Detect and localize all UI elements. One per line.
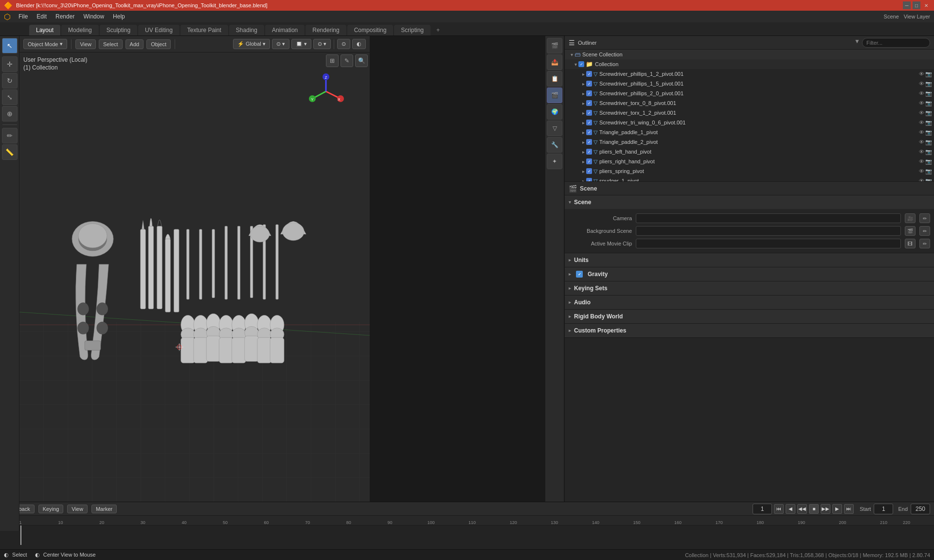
- rotate-tool[interactable]: ↻: [2, 73, 18, 88]
- render-icon-6[interactable]: 📷: [925, 129, 932, 136]
- item-checkbox[interactable]: ✓: [586, 71, 592, 77]
- background-scene-picker-btn[interactable]: 🎬: [905, 226, 916, 236]
- outliner-item-7[interactable]: ▸ ✓ ▽ Triangle_paddle_2_pivot 👁 📷: [565, 137, 934, 147]
- eye-icon-9[interactable]: 👁: [919, 158, 924, 164]
- collection-checkbox[interactable]: ✓: [578, 61, 584, 67]
- units-section-header[interactable]: ▸ Units: [565, 253, 934, 267]
- prop-tab-modifiers[interactable]: 🔧: [547, 137, 562, 153]
- menu-edit[interactable]: Edit: [33, 12, 51, 21]
- move-tool[interactable]: ✛: [2, 56, 18, 72]
- prop-tab-view-layer[interactable]: 📋: [547, 71, 562, 87]
- camera-edit-btn[interactable]: ✏: [919, 213, 930, 223]
- eye-icon-11[interactable]: 👁: [919, 178, 924, 181]
- render-icon[interactable]: 📷: [925, 71, 932, 77]
- movie-clip-picker-btn[interactable]: 🎞: [905, 239, 916, 248]
- xray-toggle[interactable]: ◐: [352, 39, 366, 49]
- render-icon-5[interactable]: 📷: [925, 120, 932, 126]
- gravity-section-header[interactable]: ▸ ✓ Gravity: [565, 267, 934, 281]
- render-icon-11[interactable]: 📷: [925, 178, 932, 182]
- menu-window[interactable]: Window: [79, 12, 108, 21]
- outliner-collection[interactable]: ▾ ✓ 📁 Collection: [565, 59, 934, 69]
- keying-sets-section-header[interactable]: ▸ Keying Sets: [565, 281, 934, 295]
- prop-tab-render[interactable]: 🎬: [547, 38, 562, 53]
- eye-icon-3[interactable]: 👁: [919, 100, 924, 106]
- viewport-tool-2[interactable]: ✎: [341, 54, 353, 67]
- jump-start-btn[interactable]: ⏮: [774, 504, 784, 514]
- outliner-item-1[interactable]: ▸ ✓ ▽ Screwdriver_phillips_1_5_pivot.001…: [565, 79, 934, 88]
- snap-toggle[interactable]: 🔲 ▾: [291, 39, 311, 49]
- tab-uv-editing[interactable]: UV Editing: [138, 25, 180, 35]
- annotate-tool[interactable]: ✏: [2, 128, 18, 143]
- tab-animation[interactable]: Animation: [265, 25, 305, 35]
- scale-tool[interactable]: ⤡: [2, 89, 18, 105]
- prop-tab-world[interactable]: 🌍: [547, 104, 562, 120]
- eye-icon-1[interactable]: 👁: [919, 81, 924, 87]
- prop-tab-object[interactable]: ▽: [547, 121, 562, 136]
- tab-texture-paint[interactable]: Texture Paint: [180, 25, 228, 35]
- camera-value-field[interactable]: [636, 213, 901, 223]
- object-menu[interactable]: Object: [146, 39, 171, 49]
- menu-help[interactable]: Help: [109, 12, 129, 21]
- eye-icon-8[interactable]: 👁: [919, 149, 924, 155]
- render-icon-8[interactable]: 📷: [925, 149, 932, 155]
- end-frame-input[interactable]: [911, 504, 930, 514]
- play-reverse-btn[interactable]: ◀◀: [797, 504, 807, 514]
- play-btn[interactable]: ▶▶: [821, 504, 830, 514]
- camera-picker-btn[interactable]: 🎥: [905, 213, 916, 223]
- render-icon-3[interactable]: 📷: [925, 100, 932, 106]
- tab-layout[interactable]: Layout: [29, 25, 60, 35]
- start-frame-input[interactable]: [874, 504, 893, 514]
- overlay-toggle[interactable]: ⊙: [337, 39, 350, 49]
- select-menu[interactable]: Select: [99, 39, 123, 49]
- jump-end-btn[interactable]: ⏭: [844, 504, 854, 514]
- transform-tool[interactable]: ⊕: [2, 106, 18, 122]
- transform-pivot[interactable]: ⊙ ▾: [272, 39, 289, 49]
- timeline-marker-btn[interactable]: Marker: [91, 505, 117, 513]
- step-forward-btn[interactable]: ▶: [832, 504, 842, 514]
- eye-icon-5[interactable]: 👁: [919, 120, 924, 125]
- tab-rendering[interactable]: Rendering: [305, 25, 346, 35]
- timeline-view-btn[interactable]: View: [67, 505, 88, 513]
- cursor-tool[interactable]: ↖: [2, 38, 18, 53]
- render-icon-1[interactable]: 📷: [925, 81, 932, 87]
- timeline-keying-btn[interactable]: Keying: [38, 505, 64, 513]
- outliner-item-0[interactable]: ▸ ✓ ▽ Screwdriver_phillips_1_2_pivot.001…: [565, 69, 934, 79]
- eye-icon-7[interactable]: 👁: [919, 139, 924, 145]
- eye-icon-4[interactable]: 👁: [919, 110, 924, 116]
- eye-icon[interactable]: 👁: [919, 71, 924, 77]
- step-back-btn[interactable]: ◀: [786, 504, 795, 514]
- navigation-gizmo[interactable]: X Y Z: [306, 72, 345, 111]
- proportional-edit[interactable]: ⊙ ▾: [313, 39, 331, 49]
- outliner-item-9[interactable]: ▸ ✓ ▽ pliers_right_hand_pivot 👁 📷: [565, 157, 934, 166]
- outliner-item-2[interactable]: ▸ ✓ ▽ Screwdriver_phillips_2_0_pivot.001…: [565, 88, 934, 98]
- outliner-item-11[interactable]: ▸ ✓ ▽ spudger_1_pivot 👁 📷: [565, 176, 934, 181]
- render-icon-2[interactable]: 📷: [925, 90, 932, 97]
- outliner-search-input[interactable]: [862, 38, 930, 48]
- menu-file[interactable]: File: [15, 12, 32, 21]
- prop-tab-scene[interactable]: 🎬: [547, 88, 562, 103]
- background-scene-value-field[interactable]: [636, 226, 901, 236]
- viewport-tool-1[interactable]: ⊞: [326, 54, 339, 67]
- outliner-item-3[interactable]: ▸ ✓ ▽ Screwdriver_torx_0_8_pivot.001 👁 📷: [565, 98, 934, 108]
- outliner-item-5[interactable]: ▸ ✓ ▽ Screwdriver_tri_wing_0_6_pivot.001…: [565, 118, 934, 127]
- measure-tool[interactable]: 📏: [2, 144, 18, 160]
- outliner-item-10[interactable]: ▸ ✓ ▽ pliers_spring_pivot 👁 📷: [565, 166, 934, 176]
- render-icon-9[interactable]: 📷: [925, 158, 932, 165]
- render-icon-10[interactable]: 📷: [925, 168, 932, 175]
- render-icon-7[interactable]: 📷: [925, 139, 932, 145]
- viewport-3d[interactable]: User Perspective (Local) (1) Collection …: [19, 52, 370, 502]
- prop-tab-output[interactable]: 📤: [547, 54, 562, 70]
- viewport-tool-3[interactable]: 🔍: [355, 54, 368, 67]
- tab-compositing[interactable]: Compositing: [347, 25, 394, 35]
- close-button[interactable]: ✕: [922, 1, 930, 9]
- outliner-item-8[interactable]: ▸ ✓ ▽ pliers_left_hand_pivot 👁 📷: [565, 147, 934, 157]
- movie-clip-value-field[interactable]: [636, 239, 901, 248]
- render-icon-4[interactable]: 📷: [925, 110, 932, 116]
- menu-render[interactable]: Render: [52, 12, 78, 21]
- add-menu[interactable]: Add: [126, 39, 144, 49]
- timeline-track[interactable]: [0, 525, 934, 545]
- audio-section-header[interactable]: ▸ Audio: [565, 296, 934, 309]
- movie-clip-edit-btn[interactable]: ✏: [919, 239, 930, 248]
- filter-icon[interactable]: ▼: [854, 38, 860, 48]
- tab-modeling[interactable]: Modeling: [61, 25, 99, 35]
